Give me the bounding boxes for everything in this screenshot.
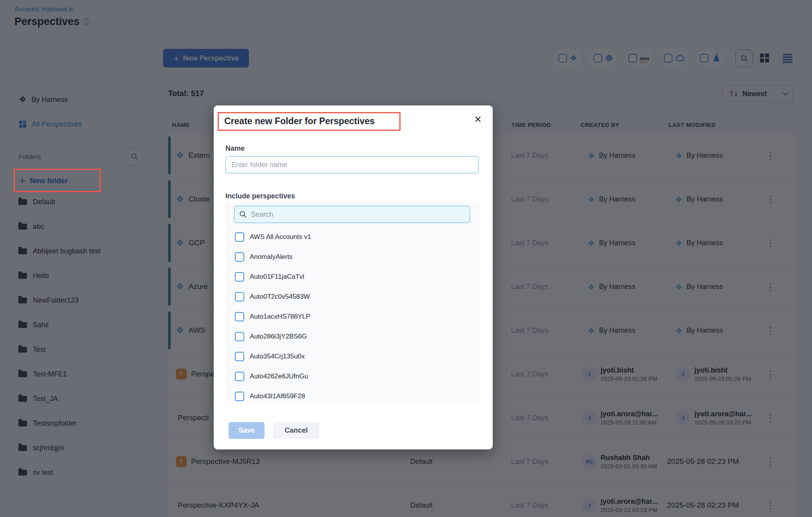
- sidebar-item-by-harness[interactable]: ❖ By Harness: [0, 91, 152, 109]
- row-name-cell: ❖GCP: [176, 238, 205, 248]
- save-button[interactable]: Save: [229, 422, 265, 439]
- created-timestamp: 2025-06-23 01:26 PM: [601, 375, 657, 383]
- row-menu-button[interactable]: ⋮: [763, 194, 778, 204]
- row-menu-button[interactable]: ⋮: [763, 326, 778, 335]
- sidebar-item-label: By Harness: [32, 96, 68, 104]
- perspective-checkbox[interactable]: [235, 252, 244, 262]
- harness-logo-icon: ❖: [675, 152, 682, 159]
- perspective-option-label: Auto354Crj135u0x: [250, 353, 305, 360]
- perspective-option[interactable]: AnomalyAlerts: [225, 247, 479, 267]
- search-button[interactable]: [735, 50, 753, 67]
- search-icon: [131, 153, 138, 160]
- folder-name: Test_JA: [33, 395, 58, 403]
- sort-dropdown[interactable]: ↑↓ Newest: [722, 85, 793, 102]
- row-name-cell: ❖Extern: [176, 151, 210, 160]
- filter-checkbox-kubernetes[interactable]: [594, 54, 602, 62]
- sidebar-folder-item[interactable]: Testsmpfolder: [0, 411, 152, 436]
- row-modified-cell: Jjyoti.bisht2025-06-23 01:26 PM: [676, 366, 751, 383]
- perspective-option[interactable]: Auto1acxHS786YLP: [225, 307, 479, 326]
- toolbar: + New Perspective ❖☸aws: [153, 39, 812, 78]
- perspective-option[interactable]: Auto286i3jY2BS6G: [225, 326, 479, 346]
- perspective-checkbox[interactable]: [235, 352, 244, 361]
- row-modified-cell: ❖By Harness: [675, 326, 723, 335]
- row-menu-button[interactable]: ⋮: [763, 501, 778, 510]
- filter-checkbox-gcp[interactable]: [664, 54, 672, 62]
- account-breadcrumb[interactable]: Account: Harness.io: [14, 5, 74, 13]
- perspective-checkbox[interactable]: [235, 272, 244, 282]
- perspective-option-label: Auto1acxHS786YLP: [250, 313, 310, 321]
- sidebar-folder-item[interactable]: Test: [0, 337, 152, 362]
- harness-logo-icon: ❖: [176, 326, 184, 335]
- perspective-name: Perspective-MJ5R12: [191, 457, 260, 466]
- sidebar-folder-item[interactable]: Sahil: [0, 313, 152, 337]
- perspective-checkbox[interactable]: [235, 332, 244, 341]
- sidebar-folder-item[interactable]: scjhmbjjm: [0, 436, 152, 460]
- dashboard-grid-icon: [19, 120, 27, 128]
- folder-icon: [18, 396, 27, 402]
- filter-checkbox-harness[interactable]: [558, 54, 567, 62]
- row-time-period: Last 7 Days: [511, 501, 548, 510]
- perspective-option[interactable]: Auto0T2c0v54583W: [225, 287, 479, 307]
- perspective-option[interactable]: Auto4262e6JUfnGu: [225, 366, 479, 386]
- row-modified-cell: ❖By Harness: [675, 239, 723, 247]
- row-menu-button[interactable]: ⋮: [763, 369, 778, 379]
- warning-mark: !: [180, 371, 183, 377]
- perspective-checkbox[interactable]: [235, 312, 244, 321]
- list-view-icon[interactable]: [782, 53, 793, 64]
- cancel-button[interactable]: Cancel: [273, 422, 319, 439]
- sidebar-folder-item[interactable]: Default: [0, 190, 152, 214]
- perspective-checkbox[interactable]: [235, 372, 244, 381]
- sidebar-item-all-perspectives[interactable]: All Perspectives: [0, 116, 152, 133]
- row-menu-button[interactable]: ⋮: [763, 151, 778, 160]
- sidebar-folder-item[interactable]: abc: [0, 214, 152, 239]
- new-perspective-button[interactable]: + New Perspective: [163, 49, 249, 68]
- sidebar-folder-item[interactable]: Test_JA: [0, 387, 152, 411]
- sidebar-folder-item[interactable]: Abhijeet bugbash test: [0, 239, 152, 264]
- sidebar-folder-item[interactable]: sv test: [0, 460, 152, 485]
- table-row[interactable]: Perspective-KXP4YX-JADefaultLast 7 DaysJ…: [168, 484, 797, 517]
- created-user-info: jyoti.bisht2025-06-23 01:26 PM: [601, 366, 657, 383]
- harness-logo-icon: ❖: [675, 326, 682, 334]
- perspective-checkbox[interactable]: [235, 292, 244, 301]
- folder-name: Default: [33, 198, 55, 206]
- perspective-search-input[interactable]: [251, 210, 465, 219]
- filter-checkbox-azure[interactable]: [700, 54, 708, 62]
- perspective-checkbox[interactable]: [235, 392, 244, 401]
- folder-search-button[interactable]: [126, 148, 143, 165]
- row-menu-button[interactable]: ⋮: [763, 238, 778, 248]
- new-folder-button[interactable]: + New folder: [0, 172, 152, 190]
- harness-logo-icon: ❖: [176, 194, 184, 204]
- folder-name: sv test: [33, 469, 53, 477]
- perspective-name: Perspecti: [178, 414, 209, 422]
- perspective-option[interactable]: Auto43I1Af659F28: [225, 386, 479, 402]
- created-by-harness-label: By Harness: [599, 283, 635, 291]
- folder-name-input[interactable]: [225, 156, 479, 173]
- sidebar-folder-item[interactable]: Test-MFE1: [0, 362, 152, 387]
- sidebar-folder-item[interactable]: Hello: [0, 264, 152, 288]
- harness-logo-icon: ❖: [176, 238, 184, 248]
- perspective-option[interactable]: Auto01F11jaCaTvl: [225, 267, 479, 287]
- modified-date: 2025-05-28 02:23 PM: [667, 501, 739, 510]
- grid-view-icon[interactable]: [760, 53, 769, 64]
- filter-checkbox-aws[interactable]: [628, 54, 637, 62]
- folder-name: abc: [33, 223, 44, 231]
- folder-icon: [18, 421, 27, 426]
- avatar: J: [582, 411, 596, 425]
- perspective-checkbox[interactable]: [235, 232, 244, 242]
- row-menu-button[interactable]: ⋮: [763, 282, 778, 292]
- modified-timestamp: 2025-05-28 03:22 PM: [694, 419, 752, 426]
- modified-by-harness-label: By Harness: [687, 326, 723, 335]
- perspective-option[interactable]: Auto354Crj135u0x: [225, 346, 479, 366]
- sidebar-folder-item[interactable]: NewFolder123: [0, 288, 152, 313]
- row-time-period: Last 7 Days: [511, 458, 548, 466]
- row-menu-button[interactable]: ⋮: [763, 457, 778, 467]
- row-name-cell: ❖Azure: [176, 282, 208, 291]
- close-icon[interactable]: ✕: [474, 115, 482, 124]
- row-menu-button[interactable]: ⋮: [763, 413, 778, 423]
- perspective-warning-icon: !: [176, 456, 187, 467]
- info-icon[interactable]: ⓘ: [83, 18, 91, 25]
- row-created-cell: RSRushabh Shah2025-02-01 03:35 AM: [582, 453, 657, 470]
- perspective-option[interactable]: AWS All Accounts v1: [225, 227, 479, 247]
- perspective-checkbox-list: AWS All Accounts v1AnomalyAlertsAuto01F1…: [225, 227, 479, 402]
- modified-user-info: jyoti.arora@har...2025-05-28 03:22 PM: [694, 410, 752, 426]
